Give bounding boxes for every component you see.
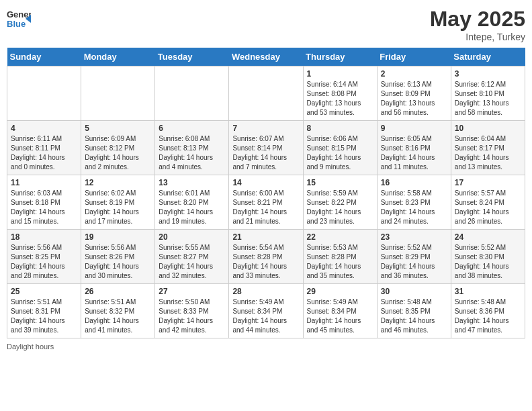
day-info: Sunrise: 6:01 AMSunset: 8:20 PMDaylight:… — [159, 189, 225, 226]
day-number: 26 — [85, 287, 151, 296]
day-header-friday: Friday — [377, 48, 451, 66]
calendar-cell: 20Sunrise: 5:55 AMSunset: 8:27 PMDayligh… — [155, 230, 229, 284]
calendar-cell: 17Sunrise: 5:57 AMSunset: 8:24 PMDayligh… — [451, 175, 525, 230]
day-number: 1 — [307, 69, 373, 79]
day-info: Sunrise: 5:59 AMSunset: 8:22 PMDaylight:… — [307, 189, 373, 226]
calendar-cell: 4Sunrise: 6:11 AMSunset: 8:11 PMDaylight… — [7, 121, 81, 175]
day-number: 15 — [307, 178, 373, 187]
day-info: Sunrise: 5:55 AMSunset: 8:27 PMDaylight:… — [159, 243, 225, 281]
day-info: Sunrise: 5:48 AMSunset: 8:35 PMDaylight:… — [381, 298, 447, 335]
day-number: 18 — [11, 232, 77, 242]
header-row: SundayMondayTuesdayWednesdayThursdayFrid… — [7, 48, 525, 66]
calendar-cell — [229, 66, 303, 121]
day-number: 10 — [455, 124, 521, 133]
calendar-cell: 22Sunrise: 5:53 AMSunset: 8:28 PMDayligh… — [303, 230, 377, 284]
day-header-saturday: Saturday — [451, 48, 525, 66]
day-number: 19 — [85, 232, 151, 242]
header: General Blue May 2025 Intepe, Turkey — [7, 7, 525, 42]
week-row-2: 4Sunrise: 6:11 AMSunset: 8:11 PMDaylight… — [7, 121, 525, 175]
calendar-cell: 14Sunrise: 6:00 AMSunset: 8:21 PMDayligh… — [229, 175, 303, 230]
day-info: Sunrise: 6:06 AMSunset: 8:15 PMDaylight:… — [307, 134, 373, 172]
calendar-cell: 25Sunrise: 5:51 AMSunset: 8:31 PMDayligh… — [7, 284, 81, 338]
day-info: Sunrise: 6:02 AMSunset: 8:19 PMDaylight:… — [85, 189, 151, 226]
calendar-cell: 26Sunrise: 5:51 AMSunset: 8:32 PMDayligh… — [81, 284, 155, 338]
day-number: 4 — [11, 124, 77, 133]
day-info: Sunrise: 5:56 AMSunset: 8:26 PMDaylight:… — [85, 243, 151, 281]
day-info: Sunrise: 5:54 AMSunset: 8:28 PMDaylight:… — [232, 243, 299, 281]
title-section: May 2025 Intepe, Turkey — [430, 7, 525, 42]
calendar-cell: 13Sunrise: 6:01 AMSunset: 8:20 PMDayligh… — [155, 175, 229, 230]
day-info: Sunrise: 6:14 AMSunset: 8:08 PMDaylight:… — [307, 80, 373, 118]
day-header-sunday: Sunday — [7, 48, 81, 66]
day-info: Sunrise: 6:05 AMSunset: 8:16 PMDaylight:… — [381, 134, 447, 172]
day-info: Sunrise: 5:48 AMSunset: 8:36 PMDaylight:… — [455, 298, 521, 335]
day-header-wednesday: Wednesday — [229, 48, 303, 66]
day-info: Sunrise: 6:07 AMSunset: 8:14 PMDaylight:… — [232, 134, 299, 172]
day-number: 7 — [232, 124, 299, 133]
day-number: 17 — [455, 178, 521, 187]
calendar-cell: 7Sunrise: 6:07 AMSunset: 8:14 PMDaylight… — [229, 121, 303, 175]
day-info: Sunrise: 6:09 AMSunset: 8:12 PMDaylight:… — [85, 134, 151, 172]
calendar-cell: 30Sunrise: 5:48 AMSunset: 8:35 PMDayligh… — [377, 284, 451, 338]
calendar-table: SundayMondayTuesdayWednesdayThursdayFrid… — [7, 48, 525, 338]
day-number: 12 — [85, 178, 151, 187]
day-info: Sunrise: 6:13 AMSunset: 8:09 PMDaylight:… — [381, 80, 447, 118]
day-number: 16 — [381, 178, 447, 187]
day-info: Sunrise: 5:58 AMSunset: 8:23 PMDaylight:… — [381, 189, 447, 226]
day-number: 31 — [455, 287, 521, 296]
calendar-cell: 16Sunrise: 5:58 AMSunset: 8:23 PMDayligh… — [377, 175, 451, 230]
day-info: Sunrise: 5:50 AMSunset: 8:33 PMDaylight:… — [159, 298, 225, 335]
day-info: Sunrise: 6:03 AMSunset: 8:18 PMDaylight:… — [11, 189, 77, 226]
day-number: 6 — [159, 124, 225, 133]
day-header-thursday: Thursday — [303, 48, 377, 66]
day-info: Sunrise: 5:52 AMSunset: 8:30 PMDaylight:… — [455, 243, 521, 281]
calendar-cell: 23Sunrise: 5:52 AMSunset: 8:29 PMDayligh… — [377, 230, 451, 284]
calendar-cell: 5Sunrise: 6:09 AMSunset: 8:12 PMDaylight… — [81, 121, 155, 175]
calendar-cell: 19Sunrise: 5:56 AMSunset: 8:26 PMDayligh… — [81, 230, 155, 284]
calendar-cell — [81, 66, 155, 121]
day-number: 30 — [381, 287, 447, 296]
day-number: 24 — [455, 232, 521, 242]
logo: General Blue — [7, 7, 31, 34]
day-number: 29 — [307, 287, 373, 296]
day-number: 9 — [381, 124, 447, 133]
calendar-cell: 1Sunrise: 6:14 AMSunset: 8:08 PMDaylight… — [303, 66, 377, 121]
day-number: 20 — [159, 232, 225, 242]
calendar-cell: 29Sunrise: 5:49 AMSunset: 8:34 PMDayligh… — [303, 284, 377, 338]
day-number: 2 — [381, 69, 447, 79]
calendar-cell: 3Sunrise: 6:12 AMSunset: 8:10 PMDaylight… — [451, 66, 525, 121]
svg-text:Blue: Blue — [7, 19, 26, 29]
calendar-cell: 15Sunrise: 5:59 AMSunset: 8:22 PMDayligh… — [303, 175, 377, 230]
footer-note: Daylight hours — [7, 342, 525, 351]
calendar-cell: 18Sunrise: 5:56 AMSunset: 8:25 PMDayligh… — [7, 230, 81, 284]
calendar-cell: 21Sunrise: 5:54 AMSunset: 8:28 PMDayligh… — [229, 230, 303, 284]
calendar-cell — [155, 66, 229, 121]
calendar-cell — [7, 66, 81, 121]
calendar-cell: 9Sunrise: 6:05 AMSunset: 8:16 PMDaylight… — [377, 121, 451, 175]
calendar-cell: 28Sunrise: 5:49 AMSunset: 8:34 PMDayligh… — [229, 284, 303, 338]
month-title: May 2025 — [430, 7, 525, 32]
day-info: Sunrise: 5:56 AMSunset: 8:25 PMDaylight:… — [11, 243, 77, 281]
calendar-cell: 12Sunrise: 6:02 AMSunset: 8:19 PMDayligh… — [81, 175, 155, 230]
week-row-4: 18Sunrise: 5:56 AMSunset: 8:25 PMDayligh… — [7, 230, 525, 284]
logo-icon: General Blue — [7, 7, 31, 34]
day-info: Sunrise: 5:49 AMSunset: 8:34 PMDaylight:… — [307, 298, 373, 335]
day-info: Sunrise: 5:57 AMSunset: 8:24 PMDaylight:… — [455, 189, 521, 226]
day-number: 23 — [381, 232, 447, 242]
day-info: Sunrise: 5:49 AMSunset: 8:34 PMDaylight:… — [232, 298, 299, 335]
location-title: Intepe, Turkey — [430, 32, 525, 42]
calendar-cell: 6Sunrise: 6:08 AMSunset: 8:13 PMDaylight… — [155, 121, 229, 175]
day-info: Sunrise: 6:00 AMSunset: 8:21 PMDaylight:… — [232, 189, 299, 226]
day-number: 28 — [232, 287, 299, 296]
day-info: Sunrise: 5:51 AMSunset: 8:32 PMDaylight:… — [85, 298, 151, 335]
day-number: 21 — [232, 232, 299, 242]
day-info: Sunrise: 6:04 AMSunset: 8:17 PMDaylight:… — [455, 134, 521, 172]
calendar-cell: 27Sunrise: 5:50 AMSunset: 8:33 PMDayligh… — [155, 284, 229, 338]
calendar-cell: 2Sunrise: 6:13 AMSunset: 8:09 PMDaylight… — [377, 66, 451, 121]
day-number: 22 — [307, 232, 373, 242]
day-number: 3 — [455, 69, 521, 79]
week-row-1: 1Sunrise: 6:14 AMSunset: 8:08 PMDaylight… — [7, 66, 525, 121]
day-info: Sunrise: 5:53 AMSunset: 8:28 PMDaylight:… — [307, 243, 373, 281]
week-row-5: 25Sunrise: 5:51 AMSunset: 8:31 PMDayligh… — [7, 284, 525, 338]
day-number: 13 — [159, 178, 225, 187]
